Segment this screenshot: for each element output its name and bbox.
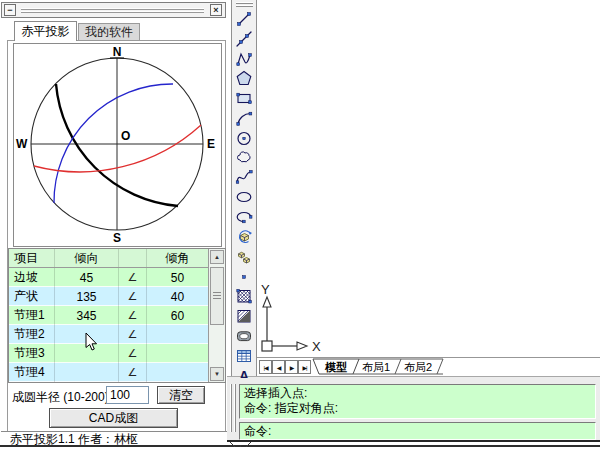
hatch-icon[interactable] [235, 287, 253, 305]
attitude-table: 项目 倾向 倾角 边坡 45 ∠ 50 产状 135 ∠ 40 节理1 345 … [8, 248, 226, 383]
row-dip-direction-cell[interactable]: 45 [55, 268, 119, 287]
tab-model[interactable]: 模型 [324, 361, 347, 373]
clear-button[interactable]: 清空 [157, 386, 205, 404]
row-dip-angle-cell[interactable]: 50 [147, 268, 208, 287]
west-label: W [16, 137, 28, 151]
command-history-line: 选择插入点: [244, 386, 591, 401]
scroll-down-button[interactable]: ▼ [210, 367, 224, 381]
row-item-cell[interactable]: 节理2 [9, 325, 55, 344]
table-row[interactable]: 节理3 ∠ [9, 344, 208, 363]
row-item-cell[interactable]: 节理1 [9, 306, 55, 325]
row-item-cell[interactable]: 产状 [9, 287, 55, 306]
south-label: S [113, 231, 121, 245]
circle-icon[interactable] [235, 129, 253, 147]
row-dip-angle-cell[interactable] [147, 325, 208, 344]
scroll-up-button[interactable]: ▲ [210, 250, 224, 264]
angle-symbol: ∠ [119, 363, 147, 382]
polyline-icon[interactable] [235, 50, 253, 68]
row-dip-angle-cell[interactable] [147, 363, 208, 382]
north-label: N [113, 45, 122, 59]
header-dip-direction: 倾向 [55, 249, 119, 267]
header-dip-angle: 倾角 [147, 249, 208, 267]
row-item-cell[interactable]: 节理4 [9, 363, 55, 382]
table-icon[interactable] [235, 347, 253, 365]
angle-symbol: ∠ [119, 344, 147, 363]
tab-layout2[interactable]: 布局2 [404, 361, 432, 373]
cad-draw-button[interactable]: CAD成图 [49, 408, 178, 428]
row-dip-direction-cell[interactable]: 135 [55, 287, 119, 306]
minimize-button[interactable]: − [4, 4, 16, 16]
tab-layout1[interactable]: 布局1 [362, 361, 390, 373]
close-button[interactable]: × [210, 4, 222, 16]
table-row[interactable]: 边坡 45 ∠ 50 [9, 268, 208, 287]
rectangle-icon[interactable] [235, 89, 253, 107]
header-item: 项目 [9, 249, 55, 267]
tab-nav-next-button[interactable]: ▶ [285, 360, 298, 374]
tab-my-software[interactable]: 我的软件 [78, 23, 140, 40]
angle-symbol: ∠ [119, 287, 147, 306]
angle-symbol: ∠ [119, 268, 147, 287]
row-dip-angle-cell[interactable]: 40 [147, 287, 208, 306]
row-dip-angle-cell[interactable] [147, 344, 208, 363]
point-icon[interactable] [235, 268, 253, 286]
revision-cloud-icon[interactable] [235, 149, 253, 167]
table-body: 边坡 45 ∠ 50 产状 135 ∠ 40 节理1 345 ∠ 60 节理2 … [9, 268, 208, 382]
tab-stereographic-projection[interactable]: 赤平投影 [14, 21, 77, 41]
polygon-icon[interactable] [235, 69, 253, 87]
svg-text:A: A [239, 368, 249, 379]
table-header-row: 项目 倾向 倾角 [9, 249, 208, 268]
application-window: − × 赤平投影 我的软件 N S W E O 项目 倾向 倾角 [0, 0, 600, 449]
panel-titlebar[interactable]: − × [1, 2, 226, 18]
command-input[interactable]: 命令: [239, 422, 596, 440]
ellipse-icon[interactable] [235, 188, 253, 206]
tab-nav-last-button[interactable]: ▶| [298, 360, 311, 374]
titlebar-grip[interactable] [21, 7, 204, 14]
angle-symbol: ∠ [119, 325, 147, 344]
gradient-icon[interactable] [235, 307, 253, 325]
radius-input[interactable] [106, 386, 149, 404]
mouse-cursor [85, 332, 99, 352]
table-row[interactable]: 节理4 ∠ [9, 363, 208, 382]
panel-status-text: 赤平投影1.1 作者：林枢 [1, 431, 227, 444]
scrollbar-thumb[interactable] [210, 267, 224, 325]
row-dip-angle-cell[interactable]: 60 [147, 306, 208, 325]
spline-icon[interactable] [235, 168, 253, 186]
row-item-cell[interactable]: 节理3 [9, 344, 55, 363]
table-scrollbar[interactable]: ▲ ▼ [208, 249, 225, 382]
arc-icon[interactable] [235, 109, 253, 127]
radius-label: 成圆半径 (10-200) [12, 389, 109, 406]
table-row[interactable]: 节理2 ∠ [9, 325, 208, 344]
command-prompt-text: 命令: [244, 424, 271, 438]
command-history[interactable]: 选择插入点: 命令: 指定对角点: [239, 384, 596, 419]
command-corner-marks [228, 442, 254, 448]
insert-block-icon[interactable] [235, 228, 253, 246]
multiline-text-icon[interactable]: A [235, 366, 253, 378]
angle-symbol: ∠ [119, 306, 147, 325]
row-dip-direction-cell[interactable]: 345 [55, 306, 119, 325]
tab-nav-first-button[interactable]: |◀ [259, 360, 272, 374]
ucs-x-arrowhead [297, 342, 307, 350]
stereonet-plot: N S W E O [13, 43, 222, 247]
command-history-line: 命令: 指定对角点: [244, 401, 591, 416]
line-icon[interactable] [235, 10, 253, 28]
command-window: 选择插入点: 命令: 指定对角点: 命令: [227, 376, 600, 442]
ucs-x-label: X [312, 339, 321, 354]
table-row[interactable]: 节理1 345 ∠ 60 [9, 306, 208, 325]
scrollbar-grip [213, 292, 221, 300]
region-icon[interactable] [235, 327, 253, 345]
ucs-icon: Y X [256, 280, 326, 356]
center-label: O [121, 129, 130, 143]
make-block-icon[interactable] [235, 248, 253, 266]
window-bottom-edge [0, 445, 600, 447]
construction-line-icon[interactable] [235, 30, 253, 48]
joint1-great-circle [54, 84, 173, 203]
table-row[interactable]: 产状 135 ∠ 40 [9, 287, 208, 306]
command-window-grip[interactable] [230, 384, 237, 432]
tab-nav-prev-button[interactable]: ◀ [272, 360, 285, 374]
toolbar-grip[interactable] [236, 2, 253, 10]
layout-tabs: 模型 布局1 布局2 [312, 358, 462, 376]
row-dip-direction-cell[interactable] [55, 363, 119, 382]
layout-tab-bar: |◀ ◀ ▶ ▶| 模型 布局1 布局2 [257, 357, 600, 376]
ellipse-arc-icon[interactable] [235, 208, 253, 226]
row-item-cell[interactable]: 边坡 [9, 268, 55, 287]
